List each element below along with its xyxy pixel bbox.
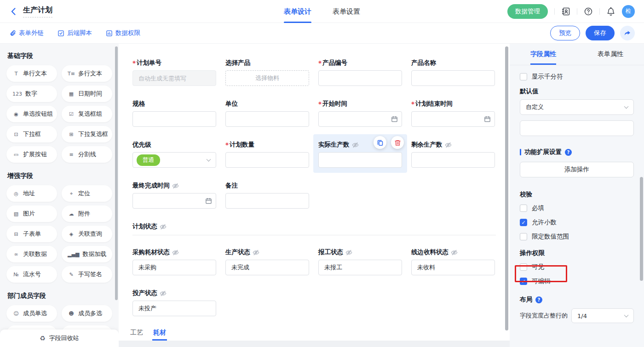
field-select-product[interactable]: 选择产品 选择物料 [225, 59, 309, 86]
sidebar-item-subform[interactable]: ⊟子表单 [6, 226, 57, 242]
tab-form-properties[interactable]: 表单属性 [577, 44, 644, 65]
sidebar-item-attachment[interactable]: ☁附件 [62, 205, 112, 222]
tab-form-settings[interactable]: 表单设置 [333, 0, 360, 23]
thousand-separator-checkbox[interactable]: 显示千分符 [520, 73, 634, 81]
default-value-input[interactable] [520, 120, 634, 136]
tab-form-design[interactable]: 表单设计 [284, 0, 311, 23]
sidebar-item-select[interactable]: ⊡下拉框 [6, 126, 57, 142]
field-report-status[interactable]: 报工状态 [318, 248, 402, 275]
plan-no-input[interactable] [132, 70, 216, 86]
help-circle-icon[interactable]: ? [565, 149, 572, 156]
sidebar-item-image[interactable]: ▧图片 [6, 205, 57, 222]
start-time-input[interactable] [318, 111, 402, 127]
sidebar-item-radio-group[interactable]: ◉单选按钮组 [6, 106, 57, 122]
help-icon[interactable] [584, 7, 593, 16]
field-actual-qty-selected[interactable]: 实际生产数 [318, 141, 402, 168]
default-value-select[interactable]: 自定义 [520, 99, 634, 115]
field-remain-qty[interactable]: 剩余生产数 [411, 141, 495, 168]
limit-range-checkbox[interactable]: 限定数值范围 [520, 233, 634, 241]
actual-qty-input[interactable] [318, 152, 402, 168]
tab-consumables[interactable]: 耗材 [153, 329, 166, 341]
required-checkbox[interactable]: 必填 [520, 204, 634, 212]
sidebar-scrollbar[interactable] [115, 46, 118, 300]
field-width-select[interactable]: 1/4 [571, 308, 634, 323]
panel-scrollbar[interactable] [640, 177, 643, 281]
save-button[interactable]: 保存 [586, 26, 615, 40]
field-prod-status[interactable]: 生产状态 [225, 248, 309, 275]
field-purchase-status[interactable]: 采购耗材状态 [132, 248, 216, 275]
sidebar-item-serial-number[interactable]: №流水号 [6, 266, 57, 283]
sidebar-item-single-line-text[interactable]: T单行文本 [6, 65, 57, 82]
page-title[interactable]: 生产计划 [23, 6, 52, 17]
back-icon[interactable] [9, 7, 18, 16]
tab-process[interactable]: 工艺 [130, 329, 143, 341]
remain-qty-input[interactable] [411, 152, 495, 168]
sidebar-item-member-single[interactable]: ☺成员单选 [6, 305, 57, 322]
report-status-input[interactable] [318, 260, 402, 275]
plan-qty-input[interactable] [225, 152, 309, 168]
sidebar-item-multi-select[interactable]: ⊞下拉复选框 [62, 126, 112, 142]
notification-bell-icon[interactable] [606, 7, 615, 16]
backend-script-link[interactable]: 后端脚本 [58, 29, 92, 37]
spec-input[interactable] [132, 111, 216, 127]
sidebar-item-location[interactable]: ⌖定位 [62, 185, 112, 202]
unit-input[interactable] [225, 111, 309, 127]
preview-button[interactable]: 预览 [550, 26, 580, 40]
eye-hidden-icon [160, 223, 167, 230]
field-launch-status[interactable]: 投产状态 [132, 289, 216, 316]
field-spec[interactable]: 规格 [132, 100, 216, 127]
contact-book-icon[interactable] [561, 7, 570, 16]
canvas-scrollbar[interactable] [505, 46, 508, 330]
launch-status-input[interactable] [132, 301, 216, 316]
sidebar-item-member-multi[interactable]: ☻成员多选 [62, 305, 112, 322]
sidebar-item-address[interactable]: ◎地址 [6, 185, 57, 202]
delete-field-button[interactable] [391, 136, 404, 149]
field-priority[interactable]: 优先级 普通 [132, 141, 216, 168]
add-action-button[interactable]: 添加操作 [520, 162, 634, 177]
field-recycle-bin[interactable]: ♻ 字段回收站 [0, 330, 119, 347]
field-final-time[interactable]: 最终完成时间 [132, 182, 216, 209]
priority-select[interactable]: 普通 [132, 152, 216, 168]
select-material-button[interactable]: 选择物料 [225, 70, 309, 86]
product-code-input[interactable] [318, 70, 402, 86]
sidebar-item-multi-line-text[interactable]: T≡多行文本 [62, 65, 112, 82]
field-remark[interactable]: 备注 [225, 182, 309, 209]
end-time-input[interactable] [411, 111, 495, 127]
final-time-input[interactable] [132, 193, 216, 209]
editable-checkbox[interactable]: ✓ 可编辑 [520, 277, 634, 285]
purchase-status-input[interactable] [132, 260, 216, 275]
field-line-status[interactable]: 线边收料状态 [411, 248, 495, 275]
sidebar-item-relation-data[interactable]: ∞关联数据 [6, 246, 57, 262]
sidebar-item-number[interactable]: 123数字 [6, 85, 57, 102]
share-button[interactable] [620, 26, 635, 40]
sidebar-item-data-load[interactable]: ▂▄▆数据加载 [62, 246, 112, 262]
sidebar-item-extend-button[interactable]: ▭扩展按钮 [6, 146, 57, 163]
sidebar-item-signature[interactable]: ✎手写签名 [62, 266, 112, 283]
sidebar-item-divider[interactable]: ≡分割线 [62, 146, 112, 163]
tab-field-properties[interactable]: 字段属性 [510, 44, 577, 65]
data-permission-link[interactable]: 数据权限 [106, 29, 140, 37]
field-plan-no[interactable]: *计划单号 [132, 59, 216, 86]
line-status-input[interactable] [411, 260, 495, 275]
form-external-link[interactable]: 表单外链 [9, 29, 44, 37]
field-unit[interactable]: 单位 [225, 100, 309, 127]
sidebar-item-checkbox-group[interactable]: ☑复选框组 [62, 106, 112, 122]
field-end-time[interactable]: *计划结束时间 [411, 100, 495, 127]
allow-decimal-checkbox[interactable]: ✓ 允许小数 [520, 218, 634, 227]
sidebar-item-relation-query[interactable]: ◈关联查询 [62, 226, 112, 242]
field-product-code[interactable]: *产品编号 [318, 59, 402, 86]
user-avatar[interactable]: 检 [622, 5, 635, 18]
field-start-time[interactable]: *开始时间 [318, 100, 402, 127]
calendar-icon [391, 116, 398, 123]
field-plan-status-section[interactable]: 计划状态 [132, 222, 496, 235]
product-name-input[interactable] [411, 70, 495, 86]
field-product-name[interactable]: 产品名称 [411, 59, 495, 86]
sidebar-item-datetime[interactable]: ▦日期时间 [62, 85, 112, 102]
field-plan-qty[interactable]: *计划数量 [225, 141, 309, 168]
copy-field-button[interactable] [374, 136, 386, 149]
prod-status-input[interactable] [225, 260, 309, 275]
remark-input[interactable] [225, 193, 309, 209]
data-manage-button[interactable]: 数据管理 [507, 4, 548, 19]
visible-checkbox[interactable]: 可见 [520, 263, 634, 271]
help-circle-icon[interactable]: ? [535, 296, 542, 303]
